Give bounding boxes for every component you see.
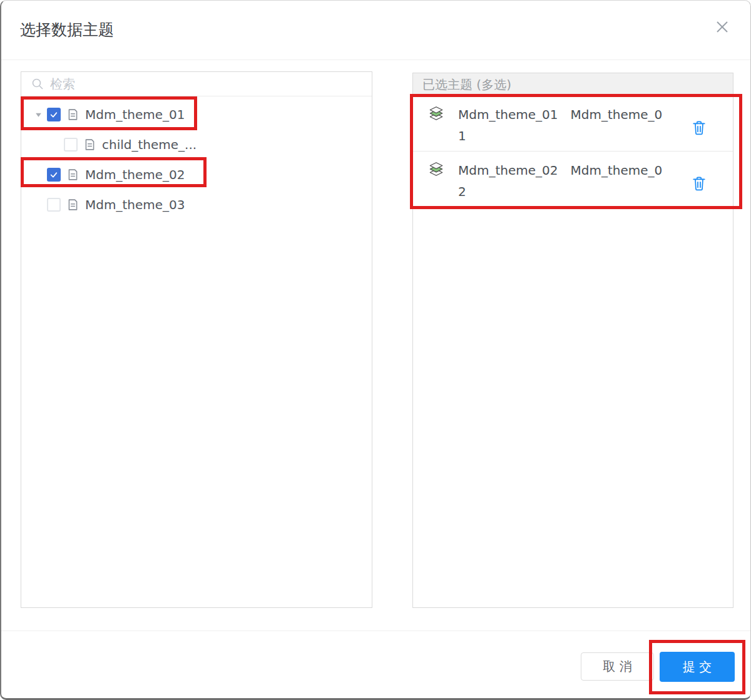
close-icon[interactable] [713, 18, 731, 36]
tree-node-label: child_theme_... [102, 137, 197, 152]
cancel-button[interactable]: 取 消 [581, 652, 654, 681]
selected-theme-row: Mdm_theme_01Mdm_theme_01 [413, 96, 733, 152]
document-icon [68, 168, 78, 181]
theme-tree: Mdm_theme_01 child_theme_... [21, 96, 372, 220]
selected-theme-text: Mdm_theme_01Mdm_theme_01 [458, 104, 667, 147]
search-icon [31, 78, 44, 90]
dialog-title: 选择数据主题 [20, 19, 114, 40]
tree-node-mdm-theme-01[interactable]: Mdm_theme_01 [21, 100, 372, 130]
tree-node-mdm-theme-03[interactable]: Mdm_theme_03 [21, 190, 372, 220]
selected-theme-row: Mdm_theme_02Mdm_theme_02 [413, 152, 733, 207]
document-icon [68, 198, 78, 211]
document-icon [68, 108, 78, 121]
tree-node-child-theme[interactable]: child_theme_... [21, 130, 372, 160]
selected-theme-code: Mdm_theme_02 [458, 163, 558, 178]
checkbox-checked[interactable] [47, 108, 61, 121]
checkbox-unchecked[interactable] [47, 198, 61, 212]
trash-icon[interactable] [692, 120, 707, 136]
layers-icon [428, 105, 444, 121]
tree-node-mdm-theme-02[interactable]: Mdm_theme_02 [21, 160, 372, 190]
theme-tree-panel: Mdm_theme_01 child_theme_... [21, 71, 372, 608]
dialog-header: 选择数据主题 [1, 1, 750, 60]
selected-theme-text: Mdm_theme_02Mdm_theme_02 [458, 160, 667, 202]
selected-theme-code: Mdm_theme_01 [458, 107, 558, 122]
select-data-theme-dialog: 选择数据主题 [0, 0, 751, 700]
search-input[interactable] [50, 76, 372, 91]
layers-icon [428, 161, 444, 177]
tree-node-label: Mdm_theme_02 [85, 167, 185, 182]
document-icon [84, 138, 95, 151]
trash-icon[interactable] [692, 175, 707, 192]
selected-themes-panel: 已选主题 (多选) Mdm_theme_01Mdm_theme_01 [412, 73, 733, 608]
submit-button[interactable]: 提 交 [660, 652, 735, 682]
selected-themes-header: 已选主题 (多选) [413, 73, 733, 96]
checkbox-checked[interactable] [47, 168, 61, 182]
tree-node-label: Mdm_theme_03 [85, 197, 185, 212]
caret-down-icon[interactable] [34, 111, 43, 119]
tree-node-label: Mdm_theme_01 [85, 107, 185, 122]
search-bar [21, 72, 372, 96]
checkbox-unchecked[interactable] [64, 138, 78, 152]
